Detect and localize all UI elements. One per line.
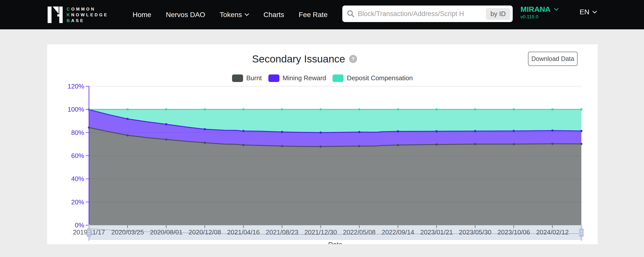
data-point — [242, 144, 245, 146]
data-point — [281, 108, 283, 111]
legend-item-deposit-compensation[interactable]: Deposit Compensation — [333, 74, 413, 82]
data-point — [513, 108, 515, 111]
search-by-id-button[interactable]: by ID — [486, 8, 510, 20]
logo-wordmark: COMMON KNOWLEDGE BASE — [67, 6, 108, 24]
data-point — [281, 145, 283, 147]
legend-swatch-burnt — [232, 74, 243, 82]
data-point — [127, 108, 129, 111]
help-icon[interactable]: ? — [349, 55, 357, 63]
chart-title-row: Secondary Issuance ? — [47, 52, 580, 66]
data-point — [436, 130, 438, 132]
y-axis-label: 40% — [71, 175, 84, 183]
top-navbar: COMMON KNOWLEDGE BASE Home Nervos DAO To… — [0, 0, 644, 29]
data-point — [165, 138, 167, 141]
x-axis-label: 2021/08/23 — [266, 228, 298, 236]
data-point — [319, 131, 322, 134]
download-data-button[interactable]: Download Data — [528, 52, 578, 66]
data-point — [397, 130, 399, 133]
nav-item-tokens[interactable]: Tokens — [220, 11, 249, 19]
nervos-logo-icon — [48, 6, 63, 24]
language-selector[interactable]: EN — [580, 8, 597, 16]
y-axis-label: 60% — [71, 152, 84, 159]
search-input[interactable] — [358, 10, 486, 18]
x-axis-label: 2022/09/14 — [382, 228, 414, 236]
page-title: Secondary Issuance — [252, 53, 345, 65]
chevron-down-icon — [554, 8, 559, 11]
x-axis-label: 2020/03/25 — [111, 228, 144, 236]
x-axis-title: Date — [328, 241, 342, 244]
global-search: by ID — [342, 6, 513, 22]
x-axis-label: 2023/10/06 — [497, 228, 530, 236]
data-point — [436, 143, 438, 146]
x-axis-label: 2024/02/12 — [536, 228, 569, 236]
data-point — [165, 108, 167, 111]
nav-item-home[interactable]: Home — [133, 11, 151, 19]
x-axis-label: 2021/04/16 — [227, 228, 260, 236]
network-version: v0.115.0 — [520, 14, 559, 20]
y-axis-label: 80% — [71, 129, 84, 136]
data-point — [551, 129, 554, 132]
legend-swatch-deposit-compensation — [333, 74, 344, 82]
chart-legend: Burnt Mining Reward Deposit Compensation — [47, 74, 598, 82]
data-point — [358, 145, 360, 147]
data-point — [165, 123, 167, 125]
y-axis-label: 120% — [68, 82, 84, 90]
data-point — [513, 143, 515, 145]
legend-item-burnt[interactable]: Burnt — [232, 74, 262, 82]
data-point — [474, 108, 476, 111]
data-point — [242, 108, 245, 111]
data-point — [397, 144, 399, 146]
data-point — [204, 128, 206, 130]
data-point — [127, 118, 129, 120]
x-axis-label: 2020/08/01 — [150, 228, 182, 236]
chevron-down-icon — [245, 13, 249, 16]
data-point — [358, 131, 360, 133]
data-point — [204, 142, 206, 144]
data-point — [281, 131, 283, 133]
data-point — [474, 130, 476, 132]
chart-card: 0%20%40%60%80%100%120%2019/11/172020/03/… — [47, 44, 598, 244]
x-axis-label: 2020/12/08 — [188, 228, 221, 236]
data-point — [358, 108, 360, 111]
nav-item-fee-rate[interactable]: Fee Rate — [299, 11, 328, 19]
y-axis-label: 20% — [71, 198, 84, 206]
legend-swatch-mining-reward — [268, 74, 279, 82]
network-selector[interactable]: MIRANA v0.115.0 — [520, 5, 559, 20]
data-point — [513, 130, 515, 132]
data-point — [319, 108, 322, 111]
data-point — [474, 143, 476, 145]
legend-item-mining-reward[interactable]: Mining Reward — [268, 74, 326, 82]
x-axis-label: 2022/05/08 — [343, 228, 376, 236]
data-point — [242, 130, 245, 132]
data-point — [204, 108, 206, 111]
data-point — [580, 130, 583, 132]
search-icon — [347, 10, 355, 18]
data-point — [580, 143, 583, 145]
main-nav: Home Nervos DAO Tokens Charts Fee Rate — [133, 0, 328, 29]
ckb-logo[interactable]: COMMON KNOWLEDGE BASE — [48, 6, 108, 24]
data-point — [127, 134, 129, 136]
language-label: EN — [580, 8, 589, 16]
x-axis-label: 2023/05/30 — [459, 228, 491, 236]
data-point — [580, 108, 583, 111]
network-name: MIRANA — [520, 5, 551, 14]
nav-item-charts[interactable]: Charts — [264, 11, 284, 19]
y-axis-label: 100% — [68, 106, 84, 113]
y-axis-label: 0% — [75, 221, 84, 229]
chevron-down-icon — [592, 11, 597, 14]
data-point — [551, 108, 554, 111]
data-point — [551, 143, 554, 145]
data-point — [319, 145, 322, 148]
nav-item-nervos-dao[interactable]: Nervos DAO — [166, 11, 205, 19]
data-point — [436, 108, 438, 111]
x-axis-label: 2023/01/21 — [420, 228, 453, 236]
data-point — [397, 108, 399, 111]
x-axis-label: 2021/12/30 — [304, 228, 337, 236]
